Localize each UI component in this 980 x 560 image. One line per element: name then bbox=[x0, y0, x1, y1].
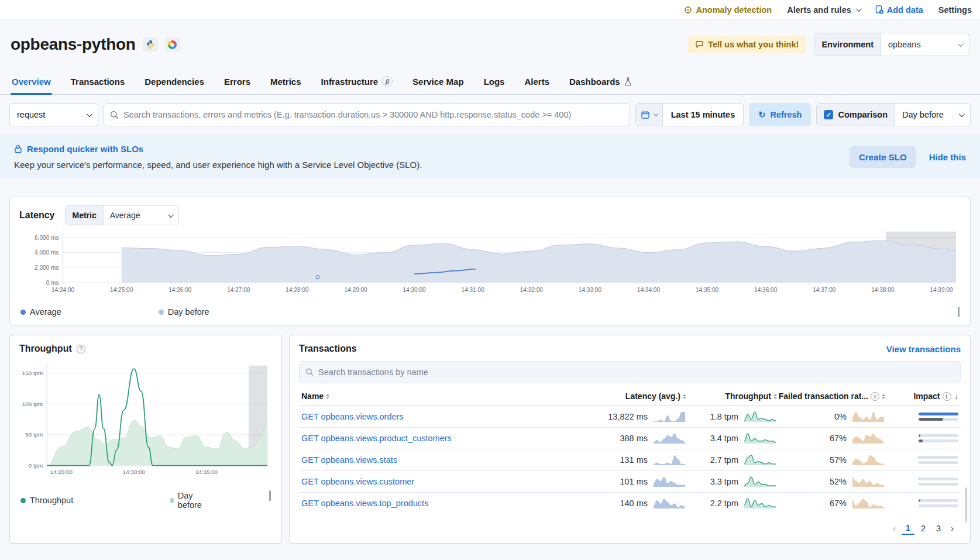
impact-bar bbox=[919, 477, 958, 480]
transaction-type-select[interactable]: request bbox=[9, 103, 98, 126]
tab-overview[interactable]: Overview bbox=[11, 69, 52, 94]
speech-bubble-icon bbox=[695, 40, 704, 49]
tab-label: Transactions bbox=[71, 77, 125, 87]
svg-text:14:37:00: 14:37:00 bbox=[813, 287, 835, 293]
flask-icon bbox=[624, 77, 632, 86]
pagination-next[interactable]: › bbox=[947, 523, 957, 534]
sparkline bbox=[743, 497, 777, 510]
tab-errors[interactable]: Errors bbox=[223, 69, 252, 94]
refresh-button[interactable]: ↻ Refresh bbox=[749, 103, 811, 126]
calendar-menu-button[interactable] bbox=[636, 104, 663, 126]
column-header-throughput[interactable]: Throughput bbox=[686, 391, 777, 401]
failed-rate-cell: 67% bbox=[777, 432, 885, 445]
svg-text:14:35:00: 14:35:00 bbox=[696, 287, 718, 293]
legend-item-day-before[interactable]: Day before bbox=[170, 491, 204, 510]
time-range-button[interactable]: Last 15 minutes bbox=[663, 104, 744, 126]
hide-this-link[interactable]: Hide this bbox=[929, 152, 966, 162]
name-cell: GET opbeans.views.stats bbox=[301, 455, 561, 465]
svg-text:2,000 ms: 2,000 ms bbox=[35, 264, 59, 271]
tab-label: Dependencies bbox=[145, 77, 204, 87]
tab-alerts[interactable]: Alerts bbox=[523, 69, 551, 94]
impact-bar bbox=[919, 434, 958, 437]
table-row: GET opbeans.views.stats131 ms2.7 tpm57% bbox=[299, 449, 961, 471]
throughput-cell: 2.7 tpm bbox=[686, 454, 777, 466]
column-header-latency-avg-[interactable]: Latency (avg.) bbox=[561, 391, 686, 401]
tab-dashboards[interactable]: Dashboards bbox=[568, 69, 633, 94]
info-icon: i bbox=[871, 392, 879, 401]
comparison-select[interactable]: Day before bbox=[895, 104, 970, 126]
tab-metrics[interactable]: Metrics bbox=[269, 69, 302, 94]
latency-cell: 101 ms bbox=[561, 475, 686, 488]
failed-rate-value: 0% bbox=[834, 412, 847, 421]
tab-logs[interactable]: Logs bbox=[483, 69, 506, 94]
feedback-button[interactable]: Tell us what you think! bbox=[688, 36, 806, 53]
impact-cell bbox=[919, 413, 958, 421]
anomaly-detection-link[interactable]: Anomaly detection bbox=[684, 5, 772, 15]
kql-search-bar bbox=[104, 103, 630, 126]
table-scrollbar[interactable] bbox=[965, 487, 967, 523]
sparkline bbox=[652, 497, 686, 510]
search-icon bbox=[305, 368, 314, 376]
slo-callout: Respond quicker with SLOs Keep your serv… bbox=[0, 135, 980, 179]
settings-link[interactable]: Settings bbox=[938, 5, 972, 15]
name-cell: GET opbeans.views.customer bbox=[301, 477, 561, 486]
add-data-icon bbox=[875, 5, 883, 14]
column-header-name[interactable]: Name bbox=[301, 391, 561, 401]
slo-callout-title-link[interactable]: Respond quicker with SLOs bbox=[14, 144, 422, 154]
latency-cell: 388 ms bbox=[561, 432, 686, 445]
throughput-value: 3.4 tpm bbox=[710, 434, 738, 443]
name-cell: GET opbeans.views.top_products bbox=[301, 499, 561, 508]
chevron-down-icon bbox=[958, 41, 964, 47]
legend-dot bbox=[20, 310, 26, 315]
comparison-checkbox[interactable]: ✓ Comparison bbox=[817, 104, 895, 126]
tab-label: Service Map bbox=[412, 77, 464, 87]
svg-text:0 tpm: 0 tpm bbox=[29, 462, 43, 469]
latency-panel: Latency Metric Average 0 ms2,000 ms4,000… bbox=[9, 197, 971, 325]
throughput-title: Throughput bbox=[19, 343, 72, 354]
pagination-page-2[interactable]: 2 bbox=[917, 523, 930, 534]
sparkline bbox=[652, 475, 686, 488]
throughput-cell: 1.8 tpm bbox=[686, 410, 777, 423]
environment-select[interactable]: opbeans bbox=[881, 33, 969, 56]
transaction-link[interactable]: GET opbeans.views.customer bbox=[301, 477, 414, 486]
pagination-page-3[interactable]: 3 bbox=[932, 523, 945, 534]
search-input[interactable] bbox=[123, 110, 624, 119]
column-header-impact[interactable]: Impacti↓ bbox=[885, 391, 958, 401]
tab-service-map[interactable]: Service Map bbox=[411, 69, 465, 94]
view-transactions-link[interactable]: View transactions bbox=[886, 344, 961, 354]
transaction-link[interactable]: GET opbeans.views.orders bbox=[301, 412, 404, 421]
metric-select[interactable]: Average bbox=[104, 206, 178, 225]
alerts-and-rules-menu[interactable]: Alerts and rules bbox=[787, 5, 860, 15]
metric-label: Metric bbox=[66, 206, 103, 225]
column-header-failed-transaction-rat-[interactable]: Failed transaction rat...i bbox=[777, 391, 885, 401]
tab-transactions[interactable]: Transactions bbox=[70, 69, 126, 94]
transaction-link[interactable]: GET opbeans.views.stats bbox=[301, 455, 397, 465]
impact-cell bbox=[919, 477, 958, 486]
transactions-search-input[interactable] bbox=[318, 367, 954, 377]
svg-text:14:29:00: 14:29:00 bbox=[344, 287, 367, 293]
create-slo-button[interactable]: Create SLO bbox=[850, 146, 916, 168]
tab-infrastructure[interactable]: Infrastructureβ bbox=[320, 69, 394, 94]
chevron-down-icon bbox=[959, 111, 965, 117]
sort-desc-icon: ↓ bbox=[955, 392, 959, 401]
sort-icon bbox=[326, 394, 329, 399]
pagination-prev[interactable]: ‹ bbox=[889, 523, 899, 534]
transaction-link[interactable]: GET opbeans.views.product_customers bbox=[301, 434, 452, 443]
sparkline bbox=[652, 432, 686, 445]
legend-scrollbar[interactable] bbox=[958, 307, 960, 317]
transaction-link[interactable]: GET opbeans.views.top_products bbox=[301, 499, 428, 508]
legend-item-throughput[interactable]: Throughput bbox=[20, 496, 73, 505]
sparkline bbox=[851, 454, 885, 466]
pagination-page-1[interactable]: 1 bbox=[902, 522, 914, 535]
legend-scrollbar[interactable] bbox=[269, 490, 271, 501]
tab-dependencies[interactable]: Dependencies bbox=[143, 69, 205, 94]
impact-bar bbox=[919, 418, 958, 421]
impact-bar bbox=[919, 499, 958, 502]
beta-badge-icon: β bbox=[382, 76, 393, 87]
latency-value: 140 ms bbox=[620, 499, 648, 508]
svg-text:6,000 ms: 6,000 ms bbox=[35, 234, 59, 241]
legend-item-day-before[interactable]: Day before bbox=[159, 307, 209, 317]
tab-label: Errors bbox=[224, 77, 250, 87]
add-data-link[interactable]: Add data bbox=[875, 5, 923, 15]
legend-item-average[interactable]: Average bbox=[20, 307, 61, 317]
